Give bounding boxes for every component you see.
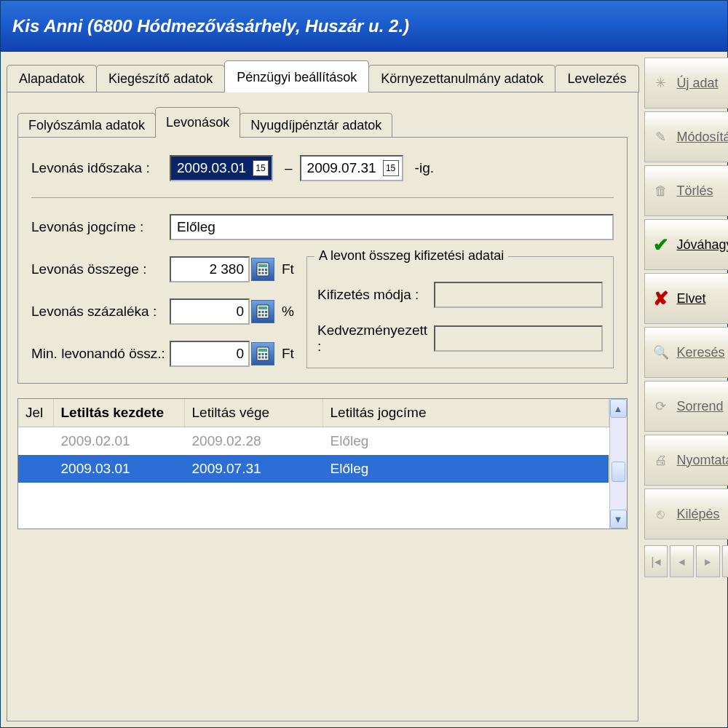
svg-rect-18 [258,353,261,355]
unit-ft: Ft [282,261,294,277]
subtab-levonasok[interactable]: Levonások [155,107,240,138]
svg-rect-6 [262,272,264,274]
scroll-up-button[interactable]: ▲ [610,399,627,418]
client-area: Alapadatok Kiegészítő adatok Pénzügyi be… [1,52,727,727]
kifmod-input[interactable] [434,282,603,308]
label-kifmod: Kifizetés módja : [317,287,434,303]
vertical-scrollbar[interactable]: ▲ ▼ [609,399,627,529]
grid-header-jog[interactable]: Letiltás jogcíme [323,399,609,427]
separator [31,197,614,198]
date-to-input[interactable]: 2009.07.31 15 [300,155,403,181]
svg-rect-4 [265,269,267,271]
subtab-nyugdij[interactable]: Nyugdíjpénztár adatok [240,113,392,138]
tab-penzugyi[interactable]: Pénzügyi beállítások [224,60,369,92]
label-ig: -ig. [415,160,434,176]
exit-button[interactable]: ⎋ Kilépés [644,488,729,539]
unit-pct: % [282,304,294,320]
main-tabstrip: Alapadatok Kiegészítő adatok Pénzügyi be… [7,58,638,92]
nav-row: |◂ ◂ ▸ ▸| [644,545,729,577]
main-tab-body: Folyószámla adatok Levonások Nyugdíjpénz… [7,92,638,721]
calendar-icon[interactable]: 15 [383,160,399,176]
date-from-input[interactable]: 2009.03.01 15 [170,155,273,181]
cell-kezd: 2009.03.01 [53,455,184,483]
szazalek-row: Levonás százaléka : % [31,298,301,325]
approve-label: Jóváhagy [677,237,729,253]
calendar-icon[interactable]: 15 [253,160,269,176]
search-button[interactable]: 🔍 Keresés [644,327,729,378]
osszeg-row: Levonás összege : Ft [31,256,301,282]
tab-levelezes[interactable]: Levelezés [555,65,638,92]
svg-rect-10 [258,311,261,313]
dash: – [285,160,293,176]
table-row[interactable]: 2009.03.01 2009.07.31 Előleg [18,455,609,483]
svg-rect-14 [262,314,264,317]
svg-rect-1 [258,264,267,267]
scroll-down-button[interactable]: ▼ [610,510,627,529]
grid-header-row: Jel Letiltás kezdete Letiltás vége Letil… [18,399,609,427]
reject-label: Elvet [677,291,706,306]
nav-last-button[interactable]: ▸| [722,545,728,577]
grid-header-kezd[interactable]: Letiltás kezdete [53,399,184,427]
scroll-thumb[interactable] [612,462,625,482]
approve-button[interactable]: ✔ Jóváhagy [644,219,729,270]
svg-rect-20 [265,353,267,355]
grid-header-jel[interactable]: Jel [18,399,53,427]
jogcim-input[interactable]: Előleg [170,214,614,240]
order-label: Sorrend [677,399,724,414]
cell-jel [18,427,53,456]
fieldset-legend: A levont összeg kifizetési adatai [314,248,508,264]
cell-jog: Előleg [323,427,609,456]
minlev-row: Min. levonandó össz.: Ft [31,341,301,367]
modify-label: Módosítás [677,130,729,145]
subtab-folyoszamla[interactable]: Folyószámla adatok [17,113,156,138]
print-button[interactable]: 🖨 Nyomtatás [644,435,729,486]
osszeg-input[interactable] [170,256,250,282]
reject-button[interactable]: ✘ Elvet [644,273,729,324]
printer-icon: 🖨 [651,450,671,470]
grid-inner: Jel Letiltás kezdete Letiltás vége Letil… [18,399,609,529]
tab-kiegeszito[interactable]: Kiegészítő adatok [96,65,225,92]
date-to-value: 2009.07.31 [307,160,379,176]
label-jogcim: Levonás jogcíme : [31,219,170,235]
tab-alapadatok[interactable]: Alapadatok [7,65,97,92]
szazalek-input[interactable] [170,298,250,325]
jogcim-value: Előleg [177,219,215,235]
calculator-icon[interactable] [251,342,274,365]
jogcim-row: Levonás jogcíme : Előleg [31,214,614,240]
svg-rect-23 [265,357,267,359]
cell-jog: Előleg [323,455,609,483]
order-button[interactable]: ⟳ Sorrend [644,381,729,432]
nav-next-button[interactable]: ▸ [696,545,720,577]
table-row[interactable]: 2009.02.01 2009.02.28 Előleg [18,427,609,456]
tab-kornyezet[interactable]: Környezettanulmány adatok [368,65,555,92]
period-row: Levonás időszaka : 2009.03.01 15 – 2009.… [31,155,614,181]
cols: Levonás összege : Ft Levonás százaléka : [31,256,614,368]
sub-tabstrip: Folyószámla adatok Levonások Nyugdíjpénz… [17,107,628,138]
new-label: Új adat [677,76,719,91]
new-button[interactable]: ✳ Új adat [644,58,729,108]
label-szazalek: Levonás százaléka : [31,304,170,320]
nav-prev-button[interactable]: ◂ [670,545,694,577]
svg-rect-21 [258,357,261,359]
scroll-track[interactable] [610,418,627,510]
modify-button[interactable]: ✎ Módosítás [644,111,729,162]
sidebar: ✳ Új adat ✎ Módosítás 🗑 Törlés ✔ Jóváhag… [638,58,729,721]
kifizetes-fieldset: A levont összeg kifizetési adatai Kifize… [306,256,614,368]
svg-rect-15 [265,314,267,317]
exit-label: Kilépés [677,507,720,522]
svg-rect-2 [258,269,261,271]
kifmod-row: Kifizetés módja : [317,282,603,308]
new-icon: ✳ [651,73,671,93]
minlev-input[interactable] [170,341,250,367]
unit-ft: Ft [282,346,294,362]
kedv-input[interactable] [434,325,603,352]
nav-first-button[interactable]: |◂ [644,545,668,577]
calculator-icon[interactable] [251,258,274,281]
svg-rect-22 [262,357,264,359]
kedv-row: Kedvezményezett : [317,323,603,355]
print-label: Nyomtatás [677,453,729,468]
svg-rect-13 [258,314,261,317]
grid-header-vege[interactable]: Letiltás vége [184,399,323,427]
calculator-icon[interactable] [251,300,274,323]
delete-button[interactable]: 🗑 Törlés [644,165,729,216]
